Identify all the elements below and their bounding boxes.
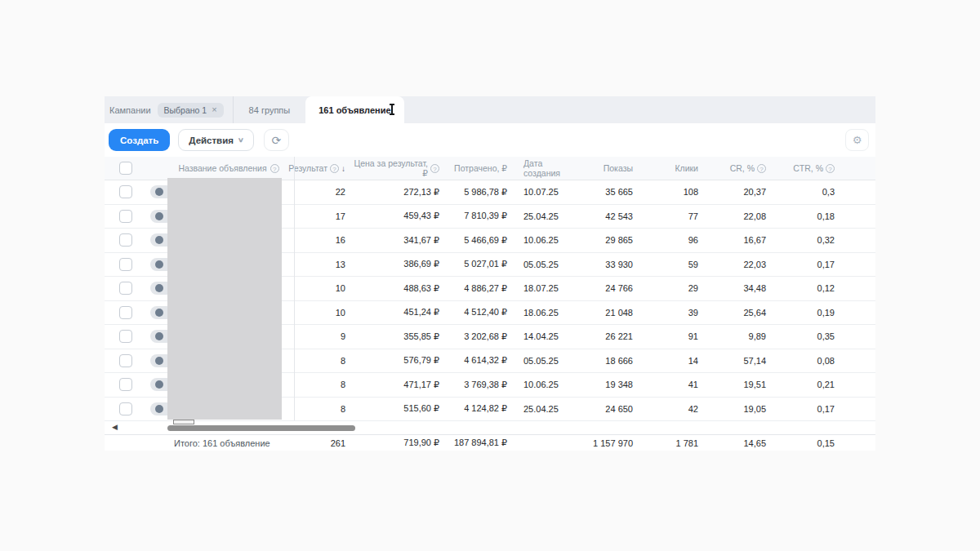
cell-clicks: 96 bbox=[637, 235, 702, 245]
toggle-knob bbox=[155, 188, 163, 196]
scroll-left-arrow-icon[interactable]: ◀ bbox=[112, 423, 118, 431]
row-checkbox[interactable] bbox=[119, 354, 132, 367]
cell-spent: 7 810,39 ₽ bbox=[443, 211, 511, 221]
row-checkbox[interactable] bbox=[119, 378, 132, 391]
cell-price: 488,63 ₽ bbox=[350, 283, 443, 294]
cell-price: 451,24 ₽ bbox=[350, 307, 443, 318]
text-cursor-icon bbox=[391, 104, 393, 115]
tab-ads-active[interactable]: 161 объявление bbox=[305, 96, 403, 123]
totals-clicks: 1 781 bbox=[637, 438, 702, 448]
toggle-knob bbox=[155, 236, 163, 244]
cell-shows: 24 650 bbox=[580, 404, 637, 414]
tab-groups[interactable]: 84 группы bbox=[233, 96, 306, 123]
sort-desc-icon: ↓ bbox=[341, 164, 345, 173]
toggle-knob bbox=[155, 357, 163, 365]
totals-spent: 187 894,81 ₽ bbox=[443, 438, 511, 448]
row-checkbox[interactable] bbox=[119, 282, 132, 295]
row-checkbox[interactable] bbox=[119, 258, 132, 271]
cell-ctr: 0,3 bbox=[770, 187, 839, 197]
toggle-knob bbox=[155, 284, 163, 292]
totals-row: Итого: 161 объявление 261 719,90 ₽ 187 8… bbox=[105, 434, 875, 451]
column-header-ctr[interactable]: CTR, % ? bbox=[770, 163, 839, 173]
column-header-price[interactable]: Цена за результат, ₽ ? bbox=[350, 158, 443, 178]
cell-date: 10.06.25 bbox=[511, 380, 580, 389]
badge-close-icon[interactable]: × bbox=[212, 105, 216, 114]
help-icon[interactable]: ? bbox=[270, 164, 279, 173]
cell-clicks: 91 bbox=[637, 331, 702, 341]
column-header-result[interactable]: Результат ? ↓ bbox=[294, 163, 350, 173]
cell-price: 459,43 ₽ bbox=[350, 211, 443, 221]
tab-campaigns[interactable]: Кампании Выбрано 1 × bbox=[105, 96, 233, 123]
cell-spent: 5 027,01 ₽ bbox=[443, 259, 511, 269]
row-checkbox[interactable] bbox=[119, 185, 132, 198]
toggle-knob bbox=[155, 405, 163, 413]
chevron-down-icon: ∨ bbox=[238, 136, 244, 144]
tab-bar: Кампании Выбрано 1 × 84 группы 161 объяв… bbox=[105, 96, 875, 123]
cell-cr: 19,05 bbox=[702, 404, 770, 414]
row-checkbox[interactable] bbox=[119, 402, 132, 415]
column-header-name[interactable]: Название объявления ? bbox=[173, 163, 294, 173]
cell-date: 18.07.25 bbox=[511, 283, 580, 293]
totals-price: 719,90 ₽ bbox=[350, 438, 443, 448]
cell-date: 14.04.25 bbox=[511, 331, 580, 341]
column-header-spent[interactable]: Потрачено, ₽ bbox=[443, 163, 511, 173]
row-checkbox[interactable] bbox=[119, 210, 132, 223]
refresh-button[interactable]: ⟳ bbox=[264, 129, 289, 151]
select-all-checkbox[interactable] bbox=[119, 162, 132, 175]
cell-spent: 4 512,40 ₽ bbox=[443, 307, 511, 318]
help-icon[interactable]: ? bbox=[430, 164, 439, 173]
cell-shows: 42 543 bbox=[580, 211, 637, 221]
actions-dropdown-button[interactable]: Действия ∨ bbox=[178, 129, 254, 151]
cell-result: 8 bbox=[294, 380, 350, 389]
cell-date: 18.06.25 bbox=[511, 308, 580, 318]
scrollbar-thumb[interactable] bbox=[167, 425, 355, 431]
cell-clicks: 29 bbox=[637, 283, 702, 293]
cell-cr: 9,89 bbox=[702, 331, 770, 341]
cell-shows: 24 766 bbox=[580, 283, 637, 293]
cell-price: 576,79 ₽ bbox=[350, 355, 443, 366]
cell-date: 25.04.25 bbox=[511, 404, 580, 414]
cell-price: 355,85 ₽ bbox=[350, 331, 443, 342]
cell-spent: 5 466,69 ₽ bbox=[443, 235, 511, 246]
cell-clicks: 39 bbox=[637, 308, 702, 318]
toolbar: Создать Действия ∨ ⟳ ⚙ bbox=[105, 123, 875, 157]
cell-result: 17 bbox=[294, 211, 350, 221]
help-icon[interactable]: ? bbox=[826, 164, 835, 173]
help-icon[interactable]: ? bbox=[330, 164, 339, 173]
column-header-cr[interactable]: CR, % ? bbox=[702, 163, 770, 173]
row-checkbox[interactable] bbox=[119, 330, 132, 343]
cell-clicks: 41 bbox=[637, 380, 702, 389]
selected-filter-badge[interactable]: Выбрано 1 × bbox=[158, 103, 224, 118]
cell-shows: 35 665 bbox=[580, 187, 637, 197]
toggle-knob bbox=[155, 309, 163, 317]
cell-cr: 57,14 bbox=[702, 356, 770, 366]
help-icon[interactable]: ? bbox=[757, 164, 766, 173]
ads-panel: Кампании Выбрано 1 × 84 группы 161 объяв… bbox=[105, 96, 875, 450]
cell-ctr: 0,35 bbox=[770, 331, 839, 341]
row-checkbox[interactable] bbox=[119, 306, 132, 319]
column-header-shows[interactable]: Показы bbox=[580, 163, 637, 173]
row-checkbox[interactable] bbox=[119, 233, 132, 247]
gear-icon: ⚙ bbox=[853, 134, 862, 146]
cell-cr: 34,48 bbox=[702, 283, 770, 293]
cell-shows: 26 221 bbox=[580, 331, 637, 341]
table-header: Название объявления ? Результат ? ↓ Цена… bbox=[105, 157, 875, 180]
toggle-knob bbox=[155, 332, 163, 340]
totals-result: 261 bbox=[294, 438, 350, 448]
cell-date: 10.07.25 bbox=[511, 187, 580, 197]
cell-cr: 22,08 bbox=[702, 211, 770, 221]
table-settings-button[interactable]: ⚙ bbox=[845, 129, 869, 151]
cell-clicks: 42 bbox=[637, 404, 702, 414]
tab-campaigns-label: Кампании bbox=[109, 105, 151, 115]
column-header-date[interactable]: Дата создания bbox=[511, 158, 580, 178]
cell-shows: 21 048 bbox=[580, 308, 637, 318]
cell-cr: 19,51 bbox=[702, 380, 770, 389]
toggle-knob bbox=[155, 212, 163, 220]
column-header-clicks[interactable]: Клики bbox=[637, 163, 702, 173]
cell-ctr: 0,12 bbox=[770, 283, 839, 293]
cell-cr: 20,37 bbox=[702, 187, 770, 197]
create-button[interactable]: Создать bbox=[109, 129, 170, 151]
totals-ctr: 0,15 bbox=[770, 438, 839, 448]
cell-spent: 4 886,27 ₽ bbox=[443, 283, 511, 294]
cell-ctr: 0,21 bbox=[770, 380, 839, 389]
